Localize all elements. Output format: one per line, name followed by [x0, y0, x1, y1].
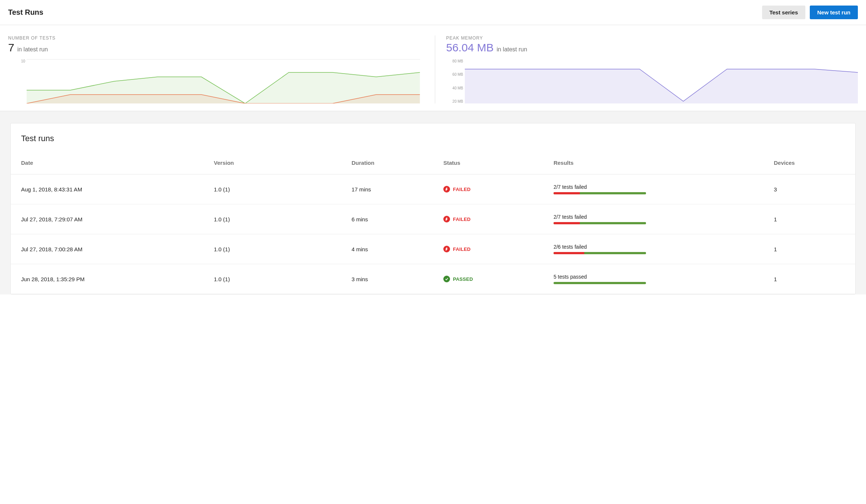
cell-results: 5 tests passed [543, 264, 764, 294]
cell-version: 1.0 (1) [203, 174, 341, 204]
cell-duration: 17 mins [341, 174, 433, 204]
cell-version: 1.0 (1) [203, 204, 341, 234]
table-row[interactable]: Jul 27, 2018, 7:29:07 AM1.0 (1)6 minsFAI… [11, 204, 855, 234]
test-series-button[interactable]: Test series [762, 6, 805, 19]
results-bar [554, 192, 646, 194]
table-row[interactable]: Jul 27, 2018, 7:00:28 AM1.0 (1)4 minsFAI… [11, 234, 855, 264]
check-icon [443, 276, 450, 282]
cell-status: PASSED [433, 264, 543, 294]
tests-chart-value: 7 [8, 41, 14, 54]
cell-devices: 1 [764, 264, 855, 294]
status-badge: FAILED [443, 246, 533, 252]
memory-chart-y-axis: 80 MB 60 MB 40 MB 20 MB [446, 59, 463, 103]
results-bar [554, 282, 646, 284]
memory-chart-caption: PEAK MEMORY [446, 35, 858, 41]
tests-chart-body: 10 [8, 59, 420, 103]
status-text: FAILED [453, 246, 471, 252]
page-title: Test Runs [8, 8, 43, 17]
cell-duration: 3 mins [341, 264, 433, 294]
tests-chart-svg [27, 59, 420, 103]
col-results-header: Results [543, 154, 764, 174]
col-version-header: Version [203, 154, 341, 174]
cell-date: Jul 27, 2018, 7:00:28 AM [11, 234, 203, 264]
memory-chart-svg [465, 59, 858, 103]
cell-devices: 1 [764, 204, 855, 234]
runs-wrapper: Test runs Date Version Duration Status R… [0, 111, 866, 294]
memory-chart-panel: PEAK MEMORY 56.04 MB in latest run 80 MB… [435, 35, 858, 103]
memory-chart-y-tick: 80 MB [446, 59, 463, 63]
new-test-run-button[interactable]: New test run [810, 6, 858, 19]
bolt-icon [443, 216, 450, 222]
cell-date: Jul 27, 2018, 7:29:07 AM [11, 204, 203, 234]
bolt-icon [443, 186, 450, 193]
top-bar: Test Runs Test series New test run [0, 0, 866, 25]
results-text: 5 tests passed [554, 274, 753, 280]
cell-devices: 1 [764, 234, 855, 264]
tests-chart-caption: NUMBER OF TESTS [8, 35, 420, 41]
cell-devices: 3 [764, 174, 855, 204]
tests-chart-sub: in latest run [17, 46, 48, 53]
status-badge: FAILED [443, 186, 533, 193]
cell-version: 1.0 (1) [203, 234, 341, 264]
runs-title: Test runs [11, 131, 855, 154]
tests-chart-y-tick: 10 [8, 59, 25, 63]
memory-chart-y-tick: 20 MB [446, 99, 463, 103]
cell-results: 2/7 tests failed [543, 174, 764, 204]
bolt-icon [443, 246, 450, 252]
top-bar-actions: Test series New test run [762, 6, 858, 19]
col-status-header: Status [433, 154, 543, 174]
cell-duration: 6 mins [341, 204, 433, 234]
status-text: PASSED [453, 276, 473, 282]
cell-results: 2/7 tests failed [543, 204, 764, 234]
cell-status: FAILED [433, 174, 543, 204]
status-text: FAILED [453, 187, 471, 192]
tests-chart-panel: NUMBER OF TESTS 7 in latest run 10 [8, 35, 435, 103]
col-duration-header: Duration [341, 154, 433, 174]
cell-version: 1.0 (1) [203, 264, 341, 294]
tests-chart-headline: 7 in latest run [8, 41, 420, 54]
status-text: FAILED [453, 217, 471, 222]
memory-chart-sub: in latest run [497, 46, 527, 53]
table-row[interactable]: Jun 28, 2018, 1:35:29 PM1.0 (1)3 minsPAS… [11, 264, 855, 294]
cell-date: Jun 28, 2018, 1:35:29 PM [11, 264, 203, 294]
tests-chart-y-axis: 10 [8, 59, 25, 103]
results-bar [554, 252, 646, 254]
memory-chart-headline: 56.04 MB in latest run [446, 41, 858, 54]
memory-chart-body: 80 MB 60 MB 40 MB 20 MB [446, 59, 858, 103]
results-bar [554, 222, 646, 224]
charts-section: NUMBER OF TESTS 7 in latest run 10 PEAK … [0, 25, 866, 111]
memory-chart-y-tick: 60 MB [446, 72, 463, 76]
cell-date: Aug 1, 2018, 8:43:31 AM [11, 174, 203, 204]
memory-chart-value: 56.04 MB [446, 41, 494, 54]
status-badge: PASSED [443, 276, 533, 282]
cell-duration: 4 mins [341, 234, 433, 264]
col-devices-header: Devices [764, 154, 855, 174]
tests-chart-plot [27, 59, 420, 103]
results-text: 2/6 tests failed [554, 244, 753, 250]
memory-chart-y-tick: 40 MB [446, 86, 463, 90]
runs-card: Test runs Date Version Duration Status R… [10, 123, 856, 294]
memory-chart-plot [465, 59, 858, 103]
cell-status: FAILED [433, 234, 543, 264]
results-text: 2/7 tests failed [554, 214, 753, 220]
table-row[interactable]: Aug 1, 2018, 8:43:31 AM1.0 (1)17 minsFAI… [11, 174, 855, 204]
tests-chart-gridline [27, 59, 420, 59]
cell-results: 2/6 tests failed [543, 234, 764, 264]
status-badge: FAILED [443, 216, 533, 222]
col-date-header: Date [11, 154, 203, 174]
runs-table: Date Version Duration Status Results Dev… [11, 154, 855, 294]
table-header-row: Date Version Duration Status Results Dev… [11, 154, 855, 174]
cell-status: FAILED [433, 204, 543, 234]
results-text: 2/7 tests failed [554, 184, 753, 190]
